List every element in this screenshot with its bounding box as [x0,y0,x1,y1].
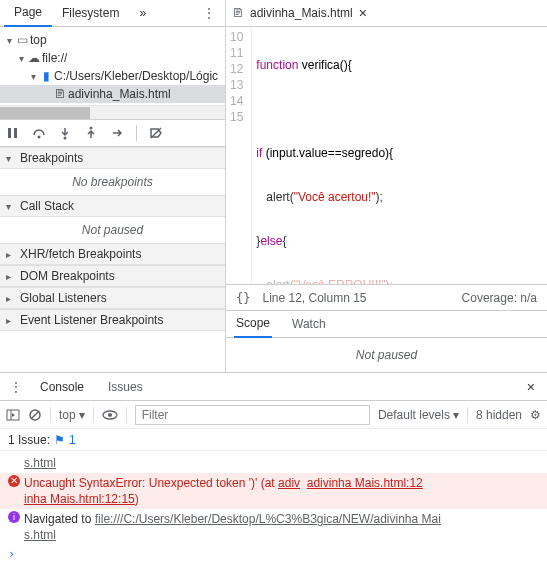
tok: alert( [256,190,293,204]
tab-scope[interactable]: Scope [234,310,272,338]
tok: verifica [298,58,339,72]
console-link[interactable]: file:///C:/Users/Kleber/Desktop/L%C3%B3g… [95,512,441,526]
context-selector[interactable]: top▾ [59,408,85,422]
issue-count: 1 Issue: [8,433,50,447]
tree-hscroll[interactable] [0,105,225,119]
tok: (){ [340,58,352,72]
tree-label: adivinha_Mais.html [68,87,171,101]
tab-issues[interactable]: Issues [96,374,155,400]
section-title: Breakpoints [20,151,83,165]
section-dom[interactable]: ▸DOM Breakpoints [0,265,225,287]
gutter: 10 11 12 13 14 15 [226,27,252,284]
chevron-down-icon: ▾ [79,408,85,422]
section-callstack[interactable]: ▾Call Stack [0,195,225,217]
prompt-icon: › [8,547,15,561]
chevron-down-icon: ▾ [453,408,459,422]
console-info: i Navigated to file:///C:/Users/Kleber/D… [0,509,547,545]
tok: ); [376,190,383,204]
console-filterbar: top▾ Default levels▾ 8 hidden ⚙ [0,401,547,429]
kebab-icon[interactable]: ⋮ [197,2,221,24]
console-error: ✕ Uncaught SyntaxError: Unexpected token… [0,473,547,509]
filter-input[interactable] [135,405,370,425]
err-text: ) [135,492,139,506]
issue-bar[interactable]: 1 Issue: ⚑ 1 [0,429,547,451]
tab-console[interactable]: Console [28,374,96,400]
step-out-icon[interactable] [82,124,100,142]
section-title: DOM Breakpoints [20,269,115,283]
pause-icon[interactable] [4,124,22,142]
flag-icon: ⚑ [54,433,65,447]
tree-file-origin[interactable]: ▾☁file:// [0,49,225,67]
clear-console-icon[interactable] [28,408,42,422]
scroll-thumb[interactable] [0,107,90,119]
step-over-icon[interactable] [30,124,48,142]
section-title: Global Listeners [20,291,107,305]
tree-folder[interactable]: ▾▮C:/Users/Kleber/Desktop/Lógic [0,67,225,85]
log-levels[interactable]: Default levels▾ [378,408,459,422]
kebab-icon[interactable]: ⋮ [4,376,28,398]
pause-exceptions-icon[interactable] [173,131,177,135]
step-into-icon[interactable] [56,124,74,142]
tree-top[interactable]: ▾▭top [0,31,225,49]
drawer-tabbar: ⋮ Console Issues × [0,373,547,401]
gear-icon[interactable]: ⚙ [530,408,541,422]
console-link[interactable]: inha Mais.html:12:15 [24,492,135,506]
deactivate-bp-icon[interactable] [147,124,165,142]
line-no: 13 [230,77,243,93]
svg-point-2 [38,136,41,139]
tree-file[interactable]: 🖹adivinha_Mais.html [0,85,225,103]
console-link[interactable]: s.html [24,455,539,471]
editor-status: {} Line 12, Column 15 Coverage: n/a [226,284,547,310]
tok: alert( [256,278,293,284]
svg-rect-0 [8,128,11,138]
section-breakpoints[interactable]: ▾Breakpoints [0,147,225,169]
tab-page[interactable]: Page [4,0,52,27]
tree-label: top [30,33,47,47]
info-icon: i [8,511,20,523]
close-tab-icon[interactable]: × [359,5,367,21]
file-tree: ▾▭top ▾☁file:// ▾▮C:/Users/Kleber/Deskto… [0,27,225,105]
context-label: top [59,408,76,422]
live-expr-icon[interactable] [102,410,118,420]
svg-marker-8 [12,413,15,417]
tab-watch[interactable]: Watch [290,311,328,337]
tok: function [256,58,298,72]
console-link[interactable]: adivinha Mais.html:12 [307,476,423,490]
sources-tabbar: Page Filesystem » ⋮ [0,0,225,27]
scope-body: Not paused [226,338,547,372]
breakpoints-body: No breakpoints [0,169,225,195]
tok: { [282,234,286,248]
console-drawer: ⋮ Console Issues × top▾ Default levels▾ … [0,372,547,565]
file-icon: 🖹 [232,6,244,20]
console-line: s.html [0,453,547,473]
section-title: XHR/fetch Breakpoints [20,247,141,261]
tok: "Você acertou!" [294,190,376,204]
scope-watch-tabs: Scope Watch [226,310,547,338]
line-no: 15 [230,109,243,125]
console-link[interactable]: adiv [278,476,300,490]
console-link[interactable]: s.html [24,528,56,542]
step-icon[interactable] [108,124,126,142]
callstack-body: Not paused [0,217,225,243]
section-global-listeners[interactable]: ▸Global Listeners [0,287,225,309]
line-no: 10 [230,29,243,45]
line-no: 14 [230,93,243,109]
tab-filesystem[interactable]: Filesystem [52,0,129,26]
section-event-listener-bp[interactable]: ▸Event Listener Breakpoints [0,309,225,331]
tok: "Você ERROU!!!" [294,278,386,284]
editor-tab[interactable]: adivinha_Mais.html [250,6,353,20]
console-output: s.html ✕ Uncaught SyntaxError: Unexpecte… [0,451,547,565]
close-drawer-icon[interactable]: × [519,375,543,399]
code-editor[interactable]: 10 11 12 13 14 15 function verifica(){ i… [226,27,547,284]
code-body[interactable]: function verifica(){ if (input.value==se… [252,27,397,284]
hidden-count[interactable]: 8 hidden [476,408,522,422]
tab-more[interactable]: » [129,0,156,26]
console-sidebar-icon[interactable] [6,408,20,422]
debug-toolbar [0,119,225,147]
coverage-label[interactable]: Coverage: n/a [462,291,537,305]
pretty-print-icon[interactable]: {} [236,291,250,305]
section-title: Event Listener Breakpoints [20,313,163,327]
console-prompt[interactable]: › [0,545,547,563]
section-xhr[interactable]: ▸XHR/fetch Breakpoints [0,243,225,265]
svg-point-4 [90,127,93,130]
